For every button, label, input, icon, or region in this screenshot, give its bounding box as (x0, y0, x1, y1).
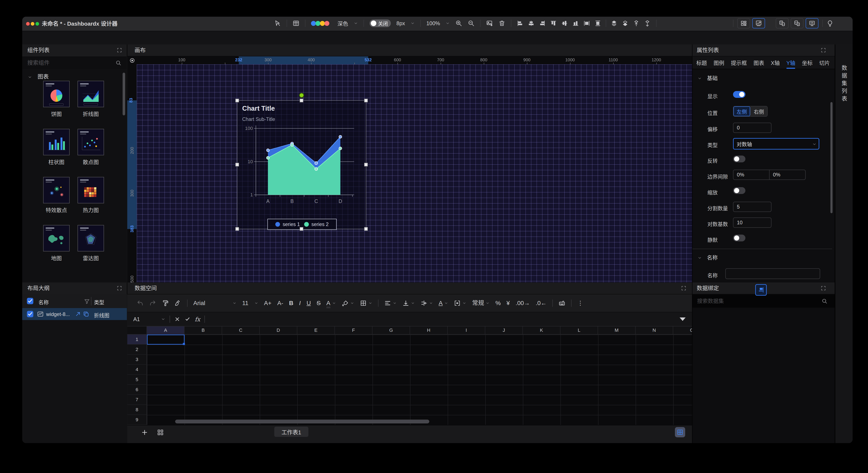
trans-zh-button[interactable]: 文En (776, 18, 788, 28)
align-middle-v-icon[interactable] (561, 20, 568, 27)
scrollbar-thumb[interactable] (830, 102, 833, 213)
log-base-input[interactable] (733, 217, 771, 228)
bar-thumbnail[interactable] (43, 129, 70, 155)
dataset-list-strip[interactable]: 数据集列表 (835, 45, 852, 443)
v-align-button[interactable] (402, 300, 415, 306)
selection-handle[interactable] (364, 99, 368, 102)
scatter-thumbnail[interactable] (78, 129, 104, 155)
decrease-decimal-button[interactable]: .0← (536, 300, 547, 306)
legend-item[interactable]: series 2 (304, 221, 329, 227)
canvas-grid[interactable] (137, 64, 692, 283)
redo-button[interactable] (149, 300, 156, 306)
undo-button[interactable] (137, 300, 144, 306)
tab-切片[interactable]: 切片 (819, 56, 830, 69)
row-checkbox[interactable] (27, 311, 33, 317)
expand-icon[interactable] (117, 286, 122, 291)
text-wrap-button[interactable] (421, 300, 433, 306)
strikethrough-button[interactable]: S (316, 300, 320, 306)
column-header-N[interactable]: N (636, 326, 673, 334)
selection-handle[interactable] (300, 99, 303, 102)
more-button[interactable]: ⋮ (577, 300, 583, 306)
axis-type-dropdown[interactable]: 对数轴 (733, 138, 819, 150)
boundary-gap-min[interactable]: 0% (734, 170, 770, 179)
expand-icon[interactable] (117, 48, 122, 53)
currency-button[interactable]: ¥ (506, 300, 510, 306)
os-monitor-button[interactable]: OS (806, 18, 818, 28)
outline-row-widget[interactable]: widget-8... 折线图 (22, 308, 127, 320)
row-header-7[interactable]: 7 (127, 395, 147, 405)
scrollbar-thumb[interactable] (123, 72, 125, 115)
align-center-h-icon[interactable] (528, 20, 534, 27)
column-header-A[interactable]: A (147, 326, 185, 334)
keyboard-button[interactable] (559, 300, 565, 306)
tab-图表[interactable]: 图表 (753, 56, 764, 69)
bold-button[interactable]: B (289, 300, 293, 306)
zoom-out-icon[interactable] (468, 20, 474, 27)
tab-坐标[interactable]: 坐标 (802, 56, 812, 69)
column-header-H[interactable]: H (410, 326, 448, 334)
column-header-F[interactable]: F (335, 326, 372, 334)
theme-select-label[interactable]: 深色 (337, 20, 348, 27)
distribute-h-icon[interactable] (584, 20, 590, 27)
formula-expand-caret[interactable] (680, 318, 686, 321)
confirm-icon[interactable] (185, 316, 190, 322)
align-bottom-icon[interactable] (572, 20, 579, 27)
increase-decimal-button[interactable]: .00→ (516, 300, 530, 306)
align-top-icon[interactable] (550, 20, 557, 27)
layer-front-icon[interactable] (611, 20, 617, 27)
lightbulb-icon[interactable] (827, 20, 833, 27)
axis-position-option[interactable]: 右侧 (750, 107, 767, 116)
layer-back-icon[interactable] (622, 20, 628, 27)
selection-handle[interactable] (236, 99, 239, 102)
row-header-2[interactable]: 2 (127, 345, 147, 355)
horizontal-scrollbar-thumb[interactable] (175, 420, 429, 423)
split-number-input[interactable] (733, 202, 771, 212)
rotate-handle[interactable] (299, 93, 304, 98)
row-header-5[interactable]: 5 (127, 375, 147, 385)
component-item-scatter[interactable]: 散点图 (78, 129, 104, 166)
borders-button[interactable] (360, 300, 372, 306)
sheet-list-icon[interactable] (157, 429, 164, 436)
scale-toggle[interactable] (733, 187, 745, 194)
pointer-icon[interactable] (274, 20, 281, 27)
component-item-bar[interactable]: 柱状图 (43, 129, 70, 166)
row-header-3[interactable]: 3 (127, 355, 147, 365)
expand-icon[interactable] (820, 48, 826, 53)
selection-handle[interactable] (236, 227, 239, 231)
tab-Y轴[interactable]: Y轴 (786, 56, 795, 69)
boundary-gap-inputs[interactable]: 0% 0% (733, 170, 806, 180)
component-item-heatmap[interactable]: 热力图 (78, 177, 104, 214)
selected-cell-a1[interactable] (147, 334, 185, 345)
add-sheet-icon[interactable] (141, 429, 148, 436)
zoom-in-icon[interactable] (455, 20, 462, 27)
row-header-6[interactable]: 6 (127, 385, 147, 395)
offset-input[interactable] (733, 123, 771, 133)
chevron-down-icon[interactable] (410, 21, 415, 25)
snap-toggle[interactable]: 关闭 (370, 20, 391, 27)
resize-arrow-icon[interactable] (75, 311, 81, 317)
row-header-4[interactable]: 4 (127, 365, 147, 375)
sheet-cells[interactable] (147, 334, 692, 425)
tab-标题[interactable]: 标题 (696, 56, 707, 69)
column-header-D[interactable]: D (260, 326, 297, 334)
align-right-icon[interactable] (539, 20, 546, 27)
selection-handle[interactable] (236, 163, 239, 167)
component-item-line[interactable]: 折线图 (78, 81, 104, 118)
tab-图例[interactable]: 图例 (714, 56, 724, 69)
section-name[interactable]: 名称 (698, 254, 718, 261)
merge-cells-button[interactable] (454, 300, 466, 306)
export-image-icon[interactable] (486, 20, 493, 27)
minimize-window-button[interactable] (31, 22, 34, 26)
column-header-J[interactable]: J (485, 326, 523, 334)
fill-color-button[interactable] (342, 300, 354, 306)
pie-thumbnail[interactable] (43, 81, 70, 107)
function-icon[interactable]: fx (195, 316, 200, 323)
copy-icon[interactable] (83, 311, 89, 317)
name-position-option-2[interactable] (755, 284, 767, 296)
trash-icon[interactable] (498, 20, 505, 27)
chart-widget[interactable]: Chart TitleChart Sub-Title110100ABCD (237, 100, 366, 229)
paint-format-button[interactable] (162, 300, 169, 306)
align-left-icon[interactable] (517, 20, 523, 27)
h-align-button[interactable] (384, 300, 397, 306)
name-input[interactable] (725, 268, 820, 279)
